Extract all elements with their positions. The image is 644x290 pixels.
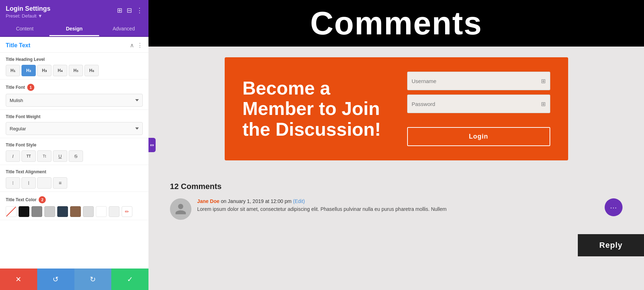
align-left-btn[interactable]: ⁝ <box>6 177 20 189</box>
font-weight-select[interactable]: Regular Bold Light Medium <box>6 122 143 135</box>
color-white-swatch[interactable] <box>96 206 107 217</box>
login-form: ⊞ ⊞ Forgot your password? Login <box>407 72 550 146</box>
font-badge: 1 <box>27 84 34 91</box>
italic-btn[interactable]: I <box>6 150 20 162</box>
panel-content: Title Heading Level H₁ H₂ H₃ H₄ H₅ H₆ Ti… <box>0 53 148 290</box>
panel-preset[interactable]: Preset: Default ▼ <box>6 13 50 19</box>
columns-icon[interactable]: ⊟ <box>127 6 132 14</box>
color-offwhite-swatch[interactable] <box>83 206 94 217</box>
undo-button[interactable]: ↺ <box>37 269 74 290</box>
font-style-group: Title Font Style I TT Tt U S <box>0 138 148 165</box>
comment-menu-button[interactable]: ··· <box>605 198 623 216</box>
login-section: Become a Member to Join the Discussion! … <box>148 47 644 171</box>
forgot-password-link[interactable]: Forgot your password? <box>407 117 550 123</box>
comment-author-name: Jane Doe <box>197 198 219 204</box>
section-title: Title Text <box>6 42 30 49</box>
comment-body: Jane Doe on January 1, 2019 at 12:00 pm … <box>197 198 599 213</box>
color-white2-swatch[interactable] <box>109 206 119 217</box>
custom-color-btn[interactable]: ✏ <box>122 206 132 217</box>
align-right-btn[interactable] <box>37 177 52 189</box>
color-lightgray-swatch[interactable] <box>44 206 55 217</box>
panel-header-icons: ⊞ ⊟ ⋮ <box>117 5 143 14</box>
color-swatches: ✏ <box>6 206 143 217</box>
confirm-button[interactable]: ✓ <box>111 269 148 290</box>
expand-icon[interactable]: ⊞ <box>117 6 122 14</box>
font-weight-label: Title Font Weight <box>6 114 143 119</box>
alignment-group: Title Text Alignment ⁝ ⁞ ≡ <box>0 165 148 192</box>
heading-level-group: Title Heading Level H₁ H₂ H₃ H₄ H₅ H₆ <box>0 53 148 79</box>
color-black-swatch[interactable] <box>19 206 29 217</box>
color-brown-swatch[interactable] <box>70 206 81 217</box>
username-icon: ⊞ <box>541 78 546 84</box>
panel-title: Login Settings <box>6 5 50 13</box>
color-darkgray-swatch[interactable] <box>31 206 42 217</box>
comment-edit-link[interactable]: (Edit) <box>293 198 305 204</box>
heading-h4-btn[interactable]: H₄ <box>53 65 67 76</box>
font-label: Title Font 1 <box>6 84 143 91</box>
heading-h6-btn[interactable]: H₆ <box>84 65 99 76</box>
preview-banner: Comments <box>148 0 644 47</box>
reply-button[interactable]: Reply <box>578 234 644 256</box>
color-transparent-swatch[interactable] <box>6 206 16 217</box>
login-card: Become a Member to Join the Discussion! … <box>225 57 568 160</box>
color-label: Title Text Color 2 <box>6 196 143 203</box>
heading-h2-btn[interactable]: H₂ <box>21 65 36 76</box>
uppercase-btn[interactable]: TT <box>21 150 36 162</box>
color-group: Title Text Color 2 ✏ <box>0 192 148 220</box>
heading-h1-btn[interactable]: H₁ <box>6 65 20 76</box>
color-navy-swatch[interactable] <box>57 206 68 217</box>
comment-item: Jane Doe on January 1, 2019 at 12:00 pm … <box>170 198 623 220</box>
panel-header: Login Settings Preset: Default ▼ ⊞ ⊟ ⋮ <box>0 0 148 22</box>
more-options-icon[interactable]: ⋮ <box>136 6 143 14</box>
align-justify-btn[interactable]: ≡ <box>53 177 67 189</box>
tab-design[interactable]: Design <box>49 22 99 36</box>
panel-toolbar: ✕ ↺ ↻ ✓ <box>0 269 148 290</box>
section-header: Title Text ∧ ⋮ <box>0 37 148 53</box>
resize-handle[interactable]: ⇔ <box>148 138 156 152</box>
alignment-label: Title Text Alignment <box>6 169 143 174</box>
collapse-icon[interactable]: ∧ <box>130 42 134 49</box>
align-center-btn[interactable]: ⁞ <box>21 177 36 189</box>
heading-buttons: H₁ H₂ H₃ H₄ H₅ H₆ <box>6 65 143 76</box>
section-more-icon[interactable]: ⋮ <box>137 42 143 49</box>
cancel-button[interactable]: ✕ <box>0 269 37 290</box>
comment-author-line: Jane Doe on January 1, 2019 at 12:00 pm … <box>197 198 599 204</box>
redo-button[interactable]: ↻ <box>74 269 112 290</box>
login-promo-text: Become a Member to Join the Discussion! <box>243 78 386 140</box>
underline-btn[interactable]: U <box>53 150 67 162</box>
comment-avatar <box>170 198 191 220</box>
login-button[interactable]: Login <box>407 127 550 146</box>
comments-count: 12 Comments <box>170 182 623 191</box>
heading-h3-btn[interactable]: H₃ <box>37 65 52 76</box>
font-weight-group: Title Font Weight Regular Bold Light Med… <box>0 110 148 138</box>
panel-tabs: Content Design Advanced <box>0 22 148 37</box>
settings-panel: Login Settings Preset: Default ▼ ⊞ ⊟ ⋮ C… <box>0 0 148 290</box>
username-input[interactable] <box>412 78 541 84</box>
password-input-wrap: ⊞ <box>407 95 550 113</box>
tab-advanced[interactable]: Advanced <box>99 22 148 36</box>
section-header-icons: ∧ ⋮ <box>130 42 143 49</box>
tab-content[interactable]: Content <box>0 22 49 36</box>
username-input-wrap: ⊞ <box>407 72 550 90</box>
comments-section: 12 Comments Jane Doe on January 1, 2019 … <box>148 171 644 231</box>
align-buttons: ⁝ ⁞ ≡ <box>6 177 143 189</box>
font-style-label: Title Font Style <box>6 142 143 148</box>
preview-panel: Comments Become a Member to Join the Dis… <box>148 0 644 290</box>
comment-date: on January 1, 2019 at 12:00 pm <box>221 198 293 204</box>
heading-level-label: Title Heading Level <box>6 57 143 62</box>
style-buttons: I TT Tt U S <box>6 150 143 162</box>
font-group: Title Font 1 Mulish Open Sans Roboto <box>0 79 148 110</box>
heading-h5-btn[interactable]: H₅ <box>69 65 83 76</box>
banner-title: Comments <box>310 5 482 42</box>
strikethrough-btn[interactable]: S <box>69 150 83 162</box>
comment-text: Lorem ipsum dolor sit amet, consectetur … <box>197 206 599 213</box>
login-promo: Become a Member to Join the Discussion! <box>243 78 386 140</box>
color-badge: 2 <box>39 196 46 203</box>
password-input[interactable] <box>412 101 541 107</box>
password-icon: ⊞ <box>541 101 546 107</box>
capitalize-btn[interactable]: Tt <box>37 150 52 162</box>
font-select[interactable]: Mulish Open Sans Roboto <box>6 94 143 107</box>
